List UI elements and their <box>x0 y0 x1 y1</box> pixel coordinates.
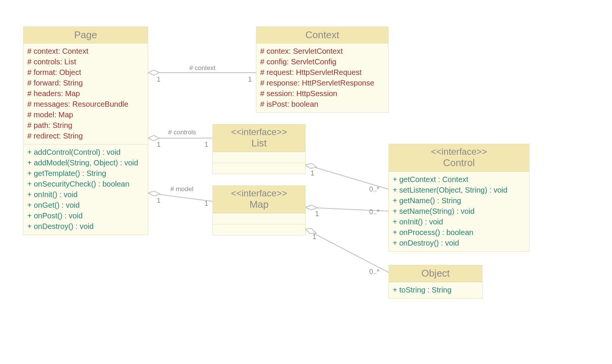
mult-page-map-1a: 1 <box>157 197 161 205</box>
mult-map-object-many: 0..* <box>369 268 379 276</box>
interface-map-stereo: <<interface>> <box>214 188 304 199</box>
interface-control-title: <<interface>> Control <box>389 144 529 171</box>
op: + getName() : String <box>393 195 525 206</box>
svg-marker-7 <box>305 163 317 168</box>
attr: # session: HttpSession <box>260 88 384 99</box>
op: + onDestroy() : void <box>27 221 144 232</box>
op: + setListener(Object, String) : void <box>393 185 525 195</box>
interface-control-ops: + getContext : Context + setListener(Obj… <box>389 171 529 251</box>
interface-list-attrs <box>213 152 305 163</box>
svg-line-10 <box>305 229 389 272</box>
op: + getTemplate() : String <box>27 168 144 179</box>
attr: # context: Context <box>27 46 144 56</box>
attr: # config: ServletConfig <box>260 56 384 67</box>
interface-list-name: List <box>251 137 267 149</box>
interface-map-title: <<interface>> Map <box>213 186 305 213</box>
class-page-attrs: # context: Context # controls: List # fo… <box>23 44 148 145</box>
mult-page-context-1b: 1 <box>248 76 252 84</box>
attr: # isPost: boolean <box>260 99 384 109</box>
interface-list-stereo: <<interface>> <box>214 127 304 137</box>
op: + onPost() : void <box>27 210 144 221</box>
mult-list-control-1: 1 <box>311 170 314 177</box>
assoc-label-context: # context <box>189 64 215 72</box>
op: + onInit() : void <box>27 189 144 200</box>
svg-marker-3 <box>148 135 159 141</box>
attr: # response: HttPServletResponse <box>260 78 384 88</box>
class-context: Context # contex: ServletContext # confi… <box>256 26 389 113</box>
svg-marker-5 <box>148 191 160 196</box>
attr: # forward: String <box>27 78 144 88</box>
interface-list-title: <<interface>> List <box>213 124 305 152</box>
interface-map-attrs <box>213 213 305 224</box>
mult-map-control-many: 0..* <box>369 208 379 216</box>
op: + onSecurityCheck() : boolean <box>27 179 144 189</box>
class-page-title: Page <box>23 27 148 44</box>
attr: # redirect: String <box>27 131 144 141</box>
op: + getContext : Context <box>393 174 525 185</box>
interface-control-name: Control <box>443 157 475 168</box>
svg-marker-9 <box>305 205 317 210</box>
class-page: Page # context: Context # controls: List… <box>23 26 148 235</box>
class-page-ops: + addControl(Control) : void + addModel(… <box>23 145 148 235</box>
interface-control-stereo: <<interface>> <box>390 146 528 157</box>
mult-list-control-many: 0..* <box>369 185 379 193</box>
interface-map-ops <box>213 224 305 235</box>
mult-map-object-1: 1 <box>312 233 316 241</box>
mult-page-list-1a: 1 <box>157 141 161 149</box>
interface-map: <<interface>> Map <box>212 185 306 235</box>
interface-control: <<interface>> Control + getContext : Con… <box>389 144 529 252</box>
attr: # model: Map <box>27 109 144 120</box>
op: + onDestroy() : void <box>393 238 525 248</box>
class-object-ops: + toString : String <box>389 282 482 298</box>
op: + addModel(String, Object) : void <box>27 157 144 168</box>
attr: # contex: ServletContext <box>260 46 384 56</box>
assoc-label-model: # model <box>170 185 193 193</box>
op: + onInit() : void <box>393 216 525 227</box>
op: + toString : String <box>393 285 478 295</box>
interface-list-ops <box>213 163 305 174</box>
attr: # messages: ResourceBundle <box>27 99 144 109</box>
interface-map-name: Map <box>250 199 269 210</box>
op: + onGet() : void <box>27 200 144 210</box>
attr: # request: HttpServletRequest <box>260 67 384 78</box>
op: + onProcess() : boolean <box>393 227 525 238</box>
svg-marker-1 <box>148 70 159 75</box>
interface-list: <<interface>> List <box>212 124 306 174</box>
attr: # headers: Map <box>27 88 144 99</box>
class-context-attrs: # contex: ServletContext # config: Servl… <box>256 44 388 112</box>
op: + setName(String) : void <box>393 206 525 216</box>
mult-page-list-1b: 1 <box>205 141 208 149</box>
class-object: Object + toString : String <box>389 265 482 299</box>
class-object-title: Object <box>389 265 482 282</box>
mult-page-map-1b: 1 <box>205 200 208 208</box>
mult-map-control-1: 1 <box>315 210 319 218</box>
attr: # format: Object <box>27 67 144 78</box>
assoc-label-controls: # controls <box>168 129 196 136</box>
op: + addControl(Control) : void <box>27 147 144 157</box>
mult-page-context-1a: 1 <box>157 76 161 84</box>
attr: # path: String <box>27 120 144 131</box>
attr: # controls: List <box>27 56 144 67</box>
class-context-title: Context <box>256 27 388 44</box>
